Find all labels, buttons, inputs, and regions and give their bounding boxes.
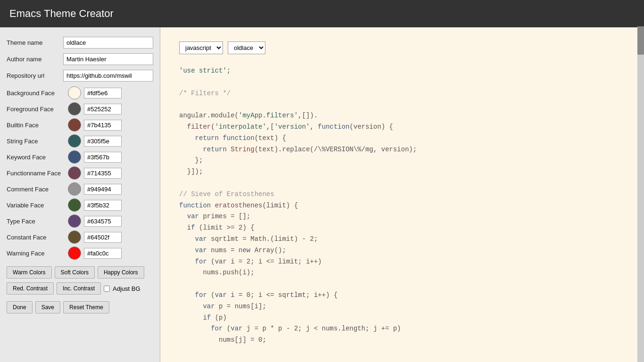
- color-face-row: Keyword Face: [7, 150, 153, 164]
- sidebar: Theme name Author name Repository url Ba…: [0, 27, 160, 362]
- color-face-label: Foreground Face: [7, 106, 68, 113]
- color-swatch[interactable]: [68, 182, 81, 196]
- color-face-row: String Face: [7, 134, 153, 148]
- theme-name-input[interactable]: [63, 37, 153, 49]
- color-face-label: Variable Face: [7, 202, 68, 209]
- color-swatch[interactable]: [68, 102, 81, 115]
- repo-url-row: Repository url: [7, 70, 153, 82]
- code-line-comment: /* Filters */: [179, 90, 231, 97]
- repo-url-input[interactable]: [63, 70, 153, 82]
- language-select[interactable]: javascript python ruby: [179, 41, 223, 54]
- scrollbar-thumb[interactable]: [637, 26, 644, 55]
- color-face-row: Type Face: [7, 214, 153, 228]
- color-face-label: Builtin Face: [7, 122, 68, 129]
- reduce-contrast-button[interactable]: Red. Contrast: [7, 282, 54, 295]
- code-line-4c: ,[]).: [298, 112, 318, 119]
- happy-colors-button[interactable]: Happy Colors: [98, 266, 144, 279]
- color-face-row: Variable Face: [7, 198, 153, 212]
- color-face-label: String Face: [7, 138, 68, 145]
- color-hex-input[interactable]: [84, 232, 122, 243]
- save-button[interactable]: Save: [35, 301, 60, 313]
- contrast-row: Red. Contrast Inc. Contrast Adjust BG: [7, 282, 153, 295]
- color-swatch[interactable]: [68, 214, 81, 228]
- adjust-bg-checkbox[interactable]: [104, 286, 110, 292]
- app-title-text: Emacs Theme Creator: [9, 8, 114, 19]
- code-line-4a: angular.module(: [179, 112, 239, 119]
- warm-colors-button[interactable]: Warm Colors: [7, 266, 52, 279]
- color-face-label: Background Face: [7, 90, 68, 97]
- color-swatch[interactable]: [68, 230, 81, 244]
- theme-name-label: Theme name: [7, 39, 63, 46]
- color-swatch[interactable]: [68, 86, 81, 99]
- scrollbar-track: [637, 26, 644, 362]
- color-face-label: Warning Face: [7, 250, 68, 257]
- color-swatch[interactable]: [68, 134, 81, 148]
- preview-pane: javascript python ruby oldlace default '…: [160, 27, 644, 362]
- color-face-row: Background Face: [7, 86, 153, 99]
- repo-url-label: Repository url: [7, 72, 63, 79]
- color-faces-section: Background FaceForeground FaceBuiltin Fa…: [7, 86, 153, 260]
- color-swatch[interactable]: [68, 198, 81, 212]
- color-hex-input[interactable]: [84, 168, 122, 179]
- color-hex-input[interactable]: [84, 216, 122, 227]
- color-face-row: Functionname Face: [7, 166, 153, 180]
- color-hex-input[interactable]: [84, 248, 122, 259]
- author-name-label: Author name: [7, 56, 63, 63]
- color-face-label: Type Face: [7, 218, 68, 225]
- action-buttons-row: Done Save Reset Theme: [7, 301, 153, 313]
- code-preview: 'use strict'; /* Filters */ angular.modu…: [179, 66, 630, 346]
- color-hex-input[interactable]: [84, 88, 122, 99]
- color-hex-input[interactable]: [84, 200, 122, 211]
- color-face-row: Foreground Face: [7, 102, 153, 115]
- color-swatch[interactable]: [68, 150, 81, 164]
- theme-select[interactable]: oldlace default: [228, 41, 265, 54]
- app-title: Emacs Theme Creator: [0, 0, 644, 27]
- color-face-label: Functionname Face: [7, 170, 68, 177]
- author-name-row: Author name: [7, 53, 153, 65]
- color-swatch[interactable]: [68, 118, 81, 132]
- color-hex-input[interactable]: [84, 184, 122, 195]
- reset-theme-button[interactable]: Reset Theme: [63, 301, 109, 313]
- color-hex-input[interactable]: [84, 152, 122, 163]
- color-face-row: Comment Face: [7, 182, 153, 196]
- color-swatch[interactable]: [68, 247, 81, 260]
- adjust-bg-label: Adjust BG: [113, 285, 140, 292]
- done-button[interactable]: Done: [7, 301, 33, 313]
- code-line-1: 'use strict';: [179, 67, 231, 74]
- color-hex-input[interactable]: [84, 136, 122, 147]
- theme-name-row: Theme name: [7, 37, 153, 49]
- color-face-label: Constant Face: [7, 234, 68, 241]
- color-face-label: Comment Face: [7, 186, 68, 193]
- theme-presets-row1: Warm Colors Soft Colors Happy Colors: [7, 266, 153, 279]
- color-face-row: Warning Face: [7, 247, 153, 260]
- code-line-4b: 'myApp.filters': [239, 112, 298, 119]
- color-hex-input[interactable]: [84, 104, 122, 115]
- author-name-input[interactable]: [63, 53, 153, 65]
- color-swatch[interactable]: [68, 166, 81, 180]
- color-face-row: Builtin Face: [7, 118, 153, 132]
- color-hex-input[interactable]: [84, 120, 122, 131]
- increase-contrast-button[interactable]: Inc. Contrast: [57, 282, 101, 295]
- color-face-label: Keyword Face: [7, 154, 68, 161]
- preview-controls: javascript python ruby oldlace default: [179, 41, 630, 54]
- color-face-row: Constant Face: [7, 230, 153, 244]
- soft-colors-button[interactable]: Soft Colors: [55, 266, 95, 279]
